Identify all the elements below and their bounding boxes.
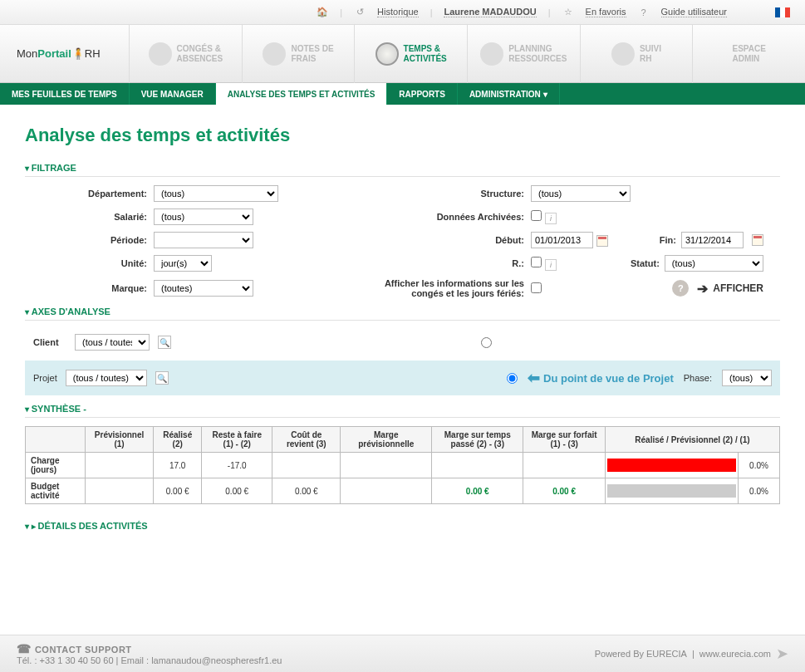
calendar-icon <box>480 42 503 66</box>
help-icon: ? <box>638 7 650 18</box>
history-icon: ↺ <box>354 7 366 18</box>
structure-select[interactable]: (tous) <box>531 185 631 202</box>
search-icon[interactable]: 🔍 <box>155 371 169 385</box>
axis-projet-row: Projet (tous / toutes) 🔍 ⬅Du point de vu… <box>25 361 780 395</box>
tab-rapports[interactable]: RAPPORTS <box>387 83 458 105</box>
module-suivi[interactable]: SUIVIRH <box>580 25 693 83</box>
statut-select[interactable]: (tous) <box>665 255 763 272</box>
contact-label: ☎ CONTACT SUPPORT <box>17 642 282 655</box>
departement-label: Département: <box>25 189 154 199</box>
pov-label: ⬅Du point de vue de Projet <box>528 369 674 387</box>
afficher-button[interactable]: ➔AFFICHER <box>697 281 763 297</box>
projet-select[interactable]: (tous / toutes) <box>66 370 147 386</box>
top-bar: 🏠 | ↺ Historique | Laurene MADAUDOU | ☆ … <box>0 0 805 25</box>
marque-label: Marque: <box>25 283 154 293</box>
guide-link[interactable]: Guide utilisateur <box>661 7 728 17</box>
clock-icon <box>376 42 399 66</box>
arrow-right-icon: ➔ <box>697 281 708 297</box>
modules: CONGÉS &ABSENCES NOTES DEFRAIS TEMPS &AC… <box>129 25 805 83</box>
table-row: Charge (jours) 17.0 -17.0 0.0% <box>26 453 780 478</box>
client-select[interactable]: (tous / toutes) <box>75 334 150 351</box>
filter-form: Département: (tous) Structure: (tous) Sa… <box>25 185 780 298</box>
salarie-select[interactable]: (tous) <box>154 208 253 225</box>
statut-label: Statut: <box>631 258 660 268</box>
section-filtrage[interactable]: FILTRAGE <box>25 163 780 177</box>
r-checkbox[interactable] <box>531 257 542 267</box>
module-notes[interactable]: NOTES DEFRAIS <box>242 25 355 83</box>
phase-label: Phase: <box>684 373 712 383</box>
home-icon[interactable]: 🏠 <box>317 7 328 18</box>
history-link[interactable]: Historique <box>377 7 419 17</box>
favorites-link[interactable]: En favoris <box>586 7 626 17</box>
site-link[interactable]: www.eurecia.com <box>699 649 771 659</box>
tab-manager[interactable]: VUE MANAGER <box>130 83 216 105</box>
header-nav: MonPortail🧍RH CONGÉS &ABSENCES NOTES DEF… <box>0 25 805 83</box>
client-radio[interactable] <box>481 337 492 348</box>
departement-select[interactable]: (tous) <box>154 185 278 202</box>
arrow-left-icon: ⬅ <box>528 369 540 387</box>
calendar-icon[interactable] <box>752 234 763 246</box>
calendar-icon[interactable] <box>596 235 608 247</box>
section-synthese[interactable]: SYNTHÈSE - <box>25 404 780 418</box>
module-planning[interactable]: PLANNINGRESSOURCES <box>467 25 580 83</box>
unite-select[interactable]: jour(s) <box>154 255 212 272</box>
footer: ☎ CONTACT SUPPORT Tél. : +33 1 30 40 50 … <box>0 635 805 672</box>
debut-label: Début: <box>381 235 531 245</box>
module-conges[interactable]: CONGÉS &ABSENCES <box>129 25 242 83</box>
section-details[interactable]: ▸ DÉTAILS DES ACTIVITÉS <box>25 521 780 534</box>
tab-analyse[interactable]: ANALYSE DES TEMPS ET ACTIVITÉS <box>216 83 388 105</box>
projet-radio[interactable] <box>507 373 518 384</box>
periode-select[interactable] <box>154 232 253 248</box>
info-icon[interactable]: i <box>545 213 557 224</box>
tab-feuilles[interactable]: MES FEUILLES DE TEMPS <box>0 83 130 105</box>
axis-client-row: Client (tous / toutes) 🔍 <box>25 329 464 356</box>
unite-label: Unité: <box>25 258 154 268</box>
afficher-info-label: Afficher les informations sur les congés… <box>381 278 531 298</box>
progress-bar <box>607 484 736 498</box>
table-row: Budget activité 0.00 € 0.00 € 0.00 € 0.0… <box>26 478 780 504</box>
star-icon: ☆ <box>562 7 574 18</box>
tab-admin[interactable]: ADMINISTRATION ▾ <box>458 83 560 105</box>
fin-input[interactable] <box>681 232 744 248</box>
synthese-table: Prévisionnel (1) Réalisé (2) Reste à fai… <box>25 426 780 504</box>
fin-label: Fin: <box>660 235 676 245</box>
people-icon <box>611 42 635 66</box>
contact-details: Tél. : +33 1 30 40 50 60 | Email : laman… <box>17 655 282 665</box>
client-label: Client <box>33 337 66 347</box>
info-icon[interactable]: i <box>545 259 557 271</box>
arrow-icon: ➤ <box>776 645 788 663</box>
salarie-label: Salarié: <box>25 212 154 222</box>
sub-nav: MES FEUILLES DE TEMPS VUE MANAGER ANALYS… <box>0 83 805 105</box>
calculator-icon <box>263 42 286 66</box>
module-admin[interactable]: ESPACEADMIN <box>692 25 805 83</box>
help-button-icon[interactable]: ? <box>672 280 689 297</box>
phase-select[interactable]: (tous) <box>722 370 772 386</box>
marque-select[interactable]: (toutes) <box>154 280 253 297</box>
periode-label: Période: <box>25 235 154 245</box>
archived-label: Données Archivées: <box>381 212 531 222</box>
flipflop-icon <box>149 42 172 66</box>
structure-label: Structure: <box>381 189 531 199</box>
r-label: R.: <box>381 258 531 268</box>
user-link[interactable]: Laurene MADAUDOU <box>444 7 536 17</box>
archived-checkbox[interactable] <box>531 210 542 221</box>
module-temps[interactable]: TEMPS &ACTIVITÉS <box>354 25 467 83</box>
debut-input[interactable] <box>531 232 593 248</box>
section-axes[interactable]: AXES D'ANALYSE <box>25 307 780 321</box>
search-icon[interactable]: 🔍 <box>158 336 171 349</box>
logo: MonPortail🧍RH <box>0 47 129 60</box>
projet-label: Projet <box>33 373 57 383</box>
powered-by: Powered By EURECIA <box>595 649 687 659</box>
progress-bar <box>607 459 736 472</box>
afficher-info-checkbox[interactable] <box>531 282 542 293</box>
page-title: Analyse des temps et activités <box>25 125 780 146</box>
flag-fr-icon[interactable] <box>775 7 790 17</box>
